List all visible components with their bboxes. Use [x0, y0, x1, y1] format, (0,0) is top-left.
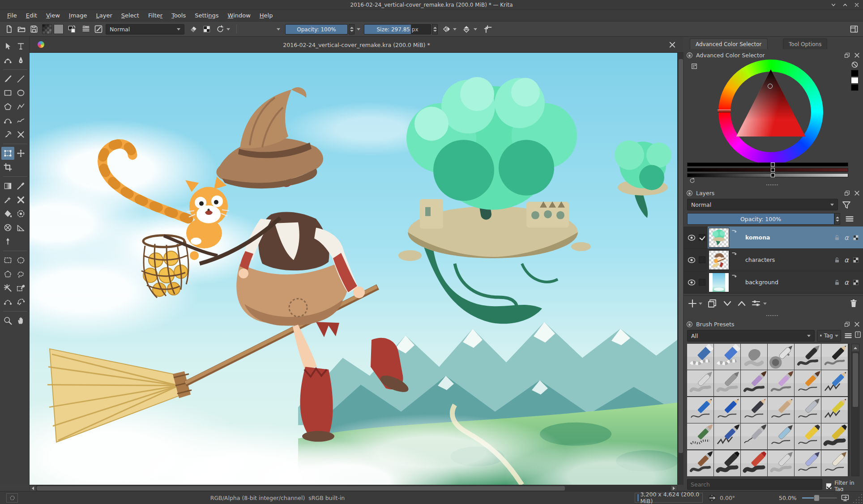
brush-preset-24[interactable] [687, 450, 713, 476]
gradient-chooser-button[interactable] [42, 24, 52, 34]
mirror-vertical-button[interactable] [461, 24, 472, 34]
layer-lock-icon[interactable] [833, 256, 841, 264]
tool-assistants[interactable] [1, 221, 14, 234]
v-scroll-handle[interactable] [679, 59, 683, 453]
tool-colorize-mask[interactable] [14, 207, 27, 220]
brush-preset-23[interactable] [821, 423, 848, 449]
brush-preset-25[interactable] [714, 450, 740, 476]
brush-preset-11[interactable] [821, 370, 848, 396]
layer-visibility-icon[interactable] [687, 256, 696, 265]
brush-preset-17[interactable] [821, 397, 848, 423]
menu-filter[interactable]: Filter [144, 10, 167, 21]
layer-lock-icon[interactable] [833, 279, 841, 286]
inherit-alpha-icon[interactable] [852, 234, 859, 241]
brush-preset-5[interactable] [821, 344, 848, 370]
tool-color-sampler[interactable] [14, 179, 27, 192]
layer-thumbnail[interactable] [709, 273, 729, 292]
swatch-white[interactable] [851, 77, 859, 84]
blending-mode-select[interactable]: Normal [106, 24, 184, 34]
canvas[interactable] [30, 53, 677, 485]
hue-ring[interactable] [718, 60, 823, 164]
delete-layer-button[interactable] [848, 298, 859, 309]
layer-checkbox[interactable] [699, 256, 705, 263]
close-docker-icon[interactable] [854, 190, 860, 196]
opacity-slider[interactable]: Opacity: 100% [285, 24, 348, 34]
tool-pattern[interactable] [14, 193, 27, 206]
tool-select-rectangular[interactable] [1, 254, 14, 267]
menu-tools[interactable]: Tools [167, 10, 190, 21]
no-color-icon[interactable] [851, 61, 859, 68]
tool-calligraphy[interactable] [14, 54, 27, 67]
new-document-button[interactable] [4, 24, 14, 34]
workspace-chooser-button[interactable] [849, 24, 859, 34]
brush-preset-7[interactable] [714, 370, 740, 396]
h-scroll-handle[interactable] [37, 486, 565, 491]
tool-freehand-path[interactable] [14, 114, 27, 127]
tool-reference-images[interactable] [1, 235, 14, 248]
document-tab-title[interactable]: 2016-02-24_vertical-cover_remake.kra (20… [30, 37, 684, 53]
float-docker-icon[interactable] [844, 52, 850, 59]
mirror-v-dropdown-icon[interactable] [474, 28, 477, 30]
saturation-strip[interactable] [687, 168, 848, 172]
layer-blend-mode-select[interactable]: Normal [687, 199, 838, 210]
zoom-slider[interactable] [802, 497, 837, 499]
brush-preset-21[interactable] [768, 423, 794, 449]
value-strip[interactable] [687, 173, 848, 177]
horizontal-scrollbar[interactable] [30, 485, 677, 491]
menu-file[interactable]: File [3, 10, 21, 21]
brush-preset-26[interactable] [741, 450, 767, 476]
selection-display-mode-icon[interactable] [6, 493, 18, 503]
brush-preset-6[interactable] [687, 370, 713, 396]
scroll-right-icon[interactable] [671, 486, 677, 491]
vertical-scrollbar[interactable] [677, 53, 684, 485]
menu-select[interactable]: Select [117, 10, 144, 21]
layer-name[interactable]: komona [745, 234, 833, 241]
tool-select-freehand[interactable] [14, 268, 27, 281]
hue-strip[interactable] [687, 162, 848, 167]
tool-freehand-brush[interactable] [1, 73, 14, 85]
brush-preset-button[interactable] [93, 24, 104, 34]
hue-marker[interactable] [718, 110, 731, 112]
tool-select-shapes[interactable] [1, 40, 14, 53]
float-docker-icon[interactable] [844, 190, 850, 196]
layer-checkbox[interactable] [699, 234, 705, 241]
preserve-alpha-button[interactable] [201, 24, 212, 34]
layer-thumbnail[interactable] [709, 250, 729, 270]
add-layer-dropdown-icon[interactable] [699, 303, 702, 305]
layer-name[interactable]: characters [745, 256, 833, 263]
tag-button[interactable]: Tag [817, 330, 841, 342]
layer-thumbnail[interactable] [709, 228, 729, 248]
tool-select-magnetic[interactable] [14, 295, 27, 308]
move-layer-up-button[interactable] [736, 298, 747, 309]
brush-preset-28[interactable] [795, 450, 821, 476]
zoom-level-value[interactable]: 50.0% [779, 491, 797, 504]
close-icon[interactable] [854, 2, 859, 8]
brush-preset-22[interactable] [795, 423, 821, 449]
close-docker-icon[interactable] [854, 321, 860, 328]
canvas-angle-value[interactable]: 0.00° [720, 491, 735, 504]
inherit-alpha-icon[interactable] [852, 256, 859, 264]
tool-edit-shapes[interactable] [1, 54, 14, 67]
fg-bg-color-button[interactable] [66, 24, 77, 34]
tool-select-polygonal[interactable] [1, 268, 14, 281]
menu-view[interactable]: View [42, 10, 64, 21]
tool-bezier-curve[interactable] [1, 114, 14, 127]
menu-window[interactable]: Window [223, 10, 255, 21]
sv-cursor[interactable] [768, 84, 773, 89]
menu-help[interactable]: Help [255, 10, 278, 21]
refresh-colors-icon[interactable] [689, 177, 696, 184]
filter-in-tag-checkbox[interactable] [826, 483, 832, 489]
save-button[interactable] [29, 24, 39, 34]
fit-to-screen-icon[interactable] [841, 493, 850, 502]
wrap-around-button[interactable] [483, 24, 493, 34]
swatch-black[interactable] [851, 70, 859, 77]
scroll-left-icon[interactable] [30, 486, 36, 491]
brush-preset-29[interactable] [821, 450, 848, 476]
open-document-button[interactable] [16, 24, 27, 34]
tool-text[interactable] [14, 40, 27, 53]
tool-select-similar[interactable] [14, 282, 27, 295]
layer-row-characters[interactable]: characters α [684, 249, 863, 271]
layer-opacity-spinner[interactable] [834, 213, 840, 225]
layer-row-komona[interactable]: komona α [684, 226, 863, 249]
mirror-horizontal-button[interactable] [441, 24, 452, 34]
